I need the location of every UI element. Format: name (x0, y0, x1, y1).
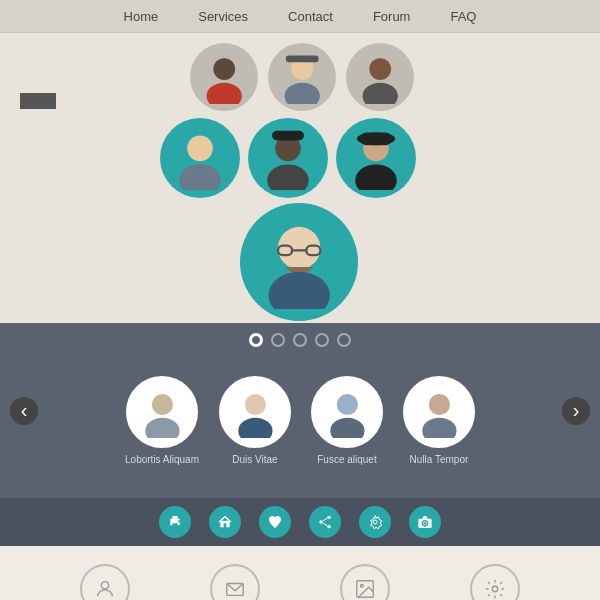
svg-point-34 (319, 520, 322, 523)
avatar-cluster (160, 43, 440, 313)
settings-icon-button[interactable] (359, 506, 391, 538)
svg-point-7 (187, 136, 213, 162)
svg-rect-10 (272, 131, 304, 141)
team-card-name: Duis Vitae (232, 454, 277, 465)
svg-point-25 (336, 394, 357, 415)
team-avatar (219, 376, 291, 448)
svg-point-8 (179, 164, 221, 190)
team-avatar (126, 376, 198, 448)
svg-point-24 (238, 417, 272, 438)
svg-rect-31 (172, 523, 177, 527)
avatar-5 (248, 118, 328, 198)
svg-point-1 (206, 82, 241, 104)
svg-point-21 (151, 394, 172, 415)
team-card: Duis Vitae (219, 376, 291, 465)
svg-point-28 (422, 417, 456, 438)
team-card-name: Lobortis Aliquam (125, 454, 199, 465)
footer-icon-3 (470, 564, 520, 600)
svg-point-23 (244, 394, 265, 415)
svg-point-22 (145, 417, 179, 438)
slider-dot-2[interactable] (293, 333, 307, 347)
svg-point-0 (213, 58, 235, 80)
avatar-4 (160, 118, 240, 198)
camera-icon-button[interactable] (409, 506, 441, 538)
svg-point-4 (284, 82, 319, 104)
footer-icon-1 (210, 564, 260, 600)
avatar-1 (190, 43, 258, 111)
team-card-name: Nulla Tempor (410, 454, 469, 465)
svg-point-38 (373, 520, 377, 524)
slider-dot-0[interactable] (249, 333, 263, 347)
nav-item-services[interactable]: Services (198, 9, 248, 24)
heart-icon-button[interactable] (259, 506, 291, 538)
footer-col-services: Services Sed faucibus uma a gravida nisi… (430, 564, 560, 600)
slider-dot-4[interactable] (337, 333, 351, 347)
svg-point-27 (428, 394, 449, 415)
svg-point-41 (424, 522, 427, 525)
next-arrow[interactable]: › (562, 397, 590, 425)
team-avatar (311, 376, 383, 448)
footer-icon-0 (80, 564, 130, 600)
svg-point-33 (327, 516, 330, 519)
nav-item-forum[interactable]: Forum (373, 9, 411, 24)
avatar-2 (268, 43, 336, 111)
share-icon-button[interactable] (309, 506, 341, 538)
footer-col-gallery: Gallery Sed faucibus uma a gravida nisi … (300, 564, 430, 600)
footer-col-contact: Contact Sed faucibus uma a gravida nisi … (170, 564, 300, 600)
svg-point-20 (268, 271, 329, 309)
print-icon-button[interactable] (159, 506, 191, 538)
team-card: Lobortis Aliquam (125, 376, 199, 465)
nav-item-contact[interactable]: Contact (288, 9, 333, 24)
team-slider: ‹ Lobortis Aliquam Duis Vitae Fusce aliq… (0, 323, 600, 498)
signup-button[interactable] (20, 93, 56, 109)
svg-line-37 (323, 523, 328, 526)
footer-col-about-us: About Us Sed faucibus uma a gravida nisi… (40, 564, 170, 600)
footer-section: About Us Sed faucibus uma a gravida nisi… (0, 546, 600, 600)
svg-line-36 (323, 518, 328, 521)
svg-point-35 (327, 525, 330, 528)
hero-section (0, 33, 600, 323)
svg-rect-3 (286, 55, 319, 62)
home-icon-button[interactable] (209, 506, 241, 538)
team-avatar (403, 376, 475, 448)
team-card-name: Fusce aliquet (317, 454, 376, 465)
team-card: Fusce aliquet (311, 376, 383, 465)
svg-point-32 (178, 520, 180, 522)
svg-point-26 (330, 417, 364, 438)
nav-item-faq[interactable]: FAQ (450, 9, 476, 24)
team-card: Nulla Tempor (403, 376, 475, 465)
avatar-main (240, 203, 358, 321)
svg-point-16 (278, 227, 320, 269)
svg-point-46 (492, 586, 498, 592)
slider-dots (249, 333, 351, 347)
avatar-6 (336, 118, 416, 198)
icons-bar (0, 498, 600, 546)
prev-arrow[interactable]: ‹ (10, 397, 38, 425)
svg-point-6 (362, 82, 397, 104)
slider-dot-1[interactable] (271, 333, 285, 347)
svg-rect-30 (172, 516, 177, 519)
slider-dot-3[interactable] (315, 333, 329, 347)
footer-icon-2 (340, 564, 390, 600)
svg-rect-15 (360, 132, 392, 145)
nav-item-home[interactable]: Home (124, 9, 159, 24)
svg-point-5 (369, 58, 391, 80)
svg-point-42 (101, 582, 108, 589)
hero-text (20, 73, 56, 109)
navigation: HomeServicesContactForumFAQ (0, 0, 600, 33)
svg-point-11 (267, 164, 309, 190)
avatar-3 (346, 43, 414, 111)
team-cards: Lobortis Aliquam Duis Vitae Fusce alique… (125, 376, 475, 465)
svg-point-45 (360, 584, 363, 587)
svg-point-13 (355, 164, 397, 190)
